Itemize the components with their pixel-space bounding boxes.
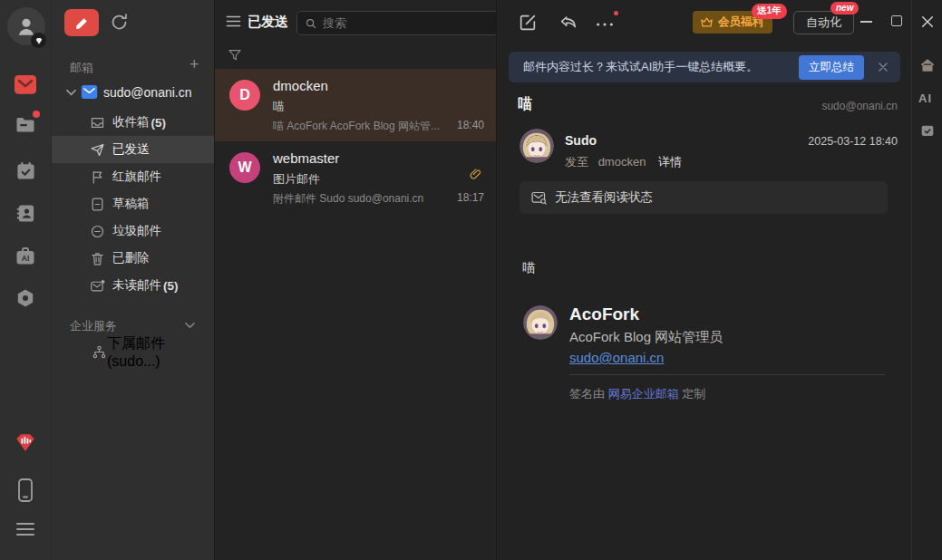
- inbox-icon: [92, 118, 102, 127]
- right-rail: AI: [911, 0, 942, 560]
- mail-body: 喵: [522, 260, 535, 276]
- add-mailbox-button[interactable]: +: [189, 58, 199, 71]
- refresh-button[interactable]: [110, 13, 129, 32]
- more-notification-dot: [614, 11, 618, 15]
- avatar-initial: D: [239, 87, 250, 103]
- sidebar-item-junk[interactable]: 垃圾邮件: [52, 217, 215, 245]
- account-row[interactable]: sudo@onani.cn: [52, 82, 215, 105]
- account-mail-icon: [81, 84, 98, 100]
- account-address: sudo@onani.cn: [103, 85, 192, 100]
- email-sender: dmocken: [273, 78, 328, 93]
- signature-footer-prefix: 签名由: [569, 387, 605, 401]
- rail-settings-icon[interactable]: [14, 286, 37, 310]
- folder-label: 草稿箱: [112, 196, 150, 212]
- crown-icon: [700, 16, 714, 28]
- subordinate-label: 下属邮件(sudo...): [107, 334, 215, 370]
- sidebar-item-unread[interactable]: 未读邮件 (5): [52, 272, 215, 299]
- signature-footer-link[interactable]: 网易企业邮箱: [608, 387, 679, 401]
- chevron-down-icon: [66, 89, 76, 96]
- email-list-item[interactable]: W webmaster 图片邮件 附件邮件 Sudo sudo@onani.cn…: [215, 141, 497, 214]
- folder-sidebar: 邮箱 + sudo@onani.cn 收件箱 (5) 已发送 红旗邮件 草稿箱 …: [51, 0, 214, 560]
- details-link[interactable]: 详情: [658, 155, 682, 169]
- maximize-button[interactable]: [891, 15, 902, 26]
- email-subject: 图片邮件: [273, 171, 320, 188]
- rail-contacts-icon[interactable]: [14, 201, 37, 225]
- reply-icon[interactable]: [558, 13, 578, 33]
- folder-label: 垃圾邮件: [112, 223, 161, 239]
- compose-icon[interactable]: [518, 13, 538, 33]
- sidebar-item-deleted[interactable]: 已删除: [52, 245, 215, 272]
- email-time: 18:17: [457, 191, 484, 204]
- folder-label: 已删除: [112, 250, 150, 266]
- flag-icon: [93, 171, 102, 182]
- attachment-icon: [469, 168, 482, 181]
- more-icon[interactable]: [595, 22, 615, 27]
- pencil-icon: [74, 15, 90, 31]
- svg-text:AI: AI: [22, 254, 30, 263]
- sidebar-item-flagged[interactable]: 红旗邮件: [52, 163, 215, 190]
- unread-mail-icon: [102, 279, 105, 283]
- signature-role: AcoFork Blog 网站管理员: [569, 329, 723, 346]
- member-badge: 送1年: [752, 4, 787, 19]
- to-label: 发至: [565, 155, 588, 169]
- folder-label: 收件箱: [112, 114, 150, 130]
- avatar-initial: W: [238, 159, 251, 176]
- email-list-pane: 已发送 D dmocken 喵 喵 AcoFork AcoFork Blog 网…: [214, 0, 496, 560]
- sender-avatar[interactable]: [520, 129, 554, 163]
- close-button[interactable]: [920, 14, 935, 29]
- avatar: W: [229, 152, 260, 183]
- trash-icon: [92, 253, 102, 264]
- signature-footer: 签名由 网易企业邮箱 定制: [569, 386, 705, 402]
- account-address-right: sudo@onani.cn: [821, 100, 898, 112]
- vip-badge-icon: [31, 33, 46, 48]
- signature-avatar: [523, 305, 558, 340]
- compose-button[interactable]: [64, 9, 99, 36]
- enterprise-section-label: 企业服务: [70, 318, 117, 334]
- calendar-check-icon[interactable]: [920, 123, 935, 138]
- summarize-now-button[interactable]: 立即总结: [799, 55, 864, 80]
- rail-ai-icon[interactable]: AI: [14, 245, 37, 268]
- automation-badge: new: [830, 2, 859, 14]
- minimize-button[interactable]: [860, 21, 872, 23]
- signature-email-link[interactable]: sudo@onani.cn: [569, 350, 664, 365]
- banner-close-icon[interactable]: [877, 61, 889, 73]
- recipient-line: 发至 dmocken 详情: [565, 154, 682, 170]
- email-time: 18:40: [457, 119, 484, 131]
- ai-summary-banner: 邮件内容过长？来试试AI助手一键总结概要。 立即总结: [509, 52, 900, 82]
- read-status-icon: [531, 191, 547, 205]
- email-preview: 喵 AcoFork AcoFork Blog 网站管...: [273, 119, 468, 134]
- rail-logo-icon: [14, 430, 37, 454]
- sidebar-item-inbox[interactable]: 收件箱 (5): [52, 109, 215, 136]
- rail-mail-icon[interactable]: [12, 73, 39, 97]
- filter-icon[interactable]: [228, 48, 242, 63]
- unread-count: (5): [151, 116, 167, 130]
- folder-label: 红旗邮件: [112, 169, 161, 185]
- sidebar-item-subordinate[interactable]: 下属邮件(sudo...): [52, 339, 215, 364]
- sidebar-item-drafts[interactable]: 草稿箱: [52, 190, 215, 217]
- read-status-text: 无法查看阅读状态: [555, 189, 653, 206]
- ai-assistant-icon[interactable]: AI: [918, 92, 932, 105]
- list-menu-icon[interactable]: [226, 14, 241, 28]
- rail-calendar-icon[interactable]: [14, 159, 37, 182]
- enterprise-section-row[interactable]: 企业服务: [52, 315, 215, 335]
- read-status-notice[interactable]: 无法查看阅读状态: [520, 181, 888, 214]
- sidebar-item-sent[interactable]: 已发送: [52, 136, 215, 163]
- email-sender: webmaster: [273, 150, 339, 166]
- email-subject: 喵: [273, 99, 285, 115]
- ai-banner-text: 邮件内容过长？来试试AI助手一键总结概要。: [523, 59, 799, 75]
- list-title: 已发送: [248, 14, 288, 31]
- email-list-item[interactable]: D dmocken 喵 喵 AcoFork AcoFork Blog 网站管..…: [215, 69, 497, 141]
- rail-menu-icon[interactable]: [14, 517, 37, 541]
- signature-name: AcoFork: [569, 304, 639, 324]
- hierarchy-icon: [92, 344, 107, 360]
- folder-label: 未读邮件: [112, 277, 161, 294]
- signature-divider: [569, 374, 885, 375]
- chevron-down-icon: [185, 322, 195, 329]
- mail-subject: 喵: [518, 95, 532, 114]
- rail-phone-icon[interactable]: [14, 478, 37, 502]
- mail-date: 2025-03-12 18:40: [808, 135, 898, 148]
- home-icon[interactable]: [919, 57, 936, 73]
- app-rail: AI: [0, 0, 51, 560]
- folder-notification-dot: [33, 111, 40, 118]
- avatar: D: [229, 80, 260, 111]
